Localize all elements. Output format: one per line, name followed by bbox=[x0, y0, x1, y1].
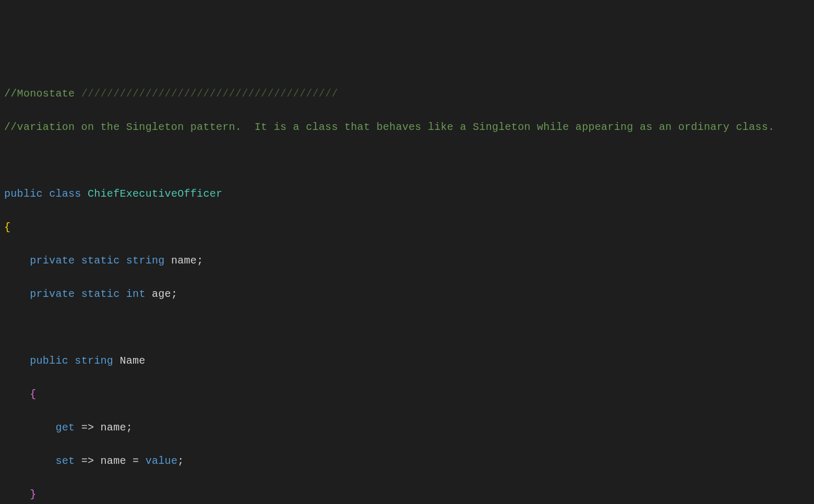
keyword-string: string bbox=[126, 255, 165, 267]
code-line: set => name = value; bbox=[4, 453, 810, 470]
code-line: get => name; bbox=[4, 419, 810, 436]
keyword-static: static bbox=[81, 255, 120, 267]
field-ref: name bbox=[101, 455, 126, 467]
code-line bbox=[4, 152, 810, 169]
close-brace: } bbox=[30, 488, 36, 500]
code-line: public string Name bbox=[4, 353, 810, 369]
open-brace: { bbox=[30, 388, 36, 400]
field-name: age bbox=[152, 288, 171, 300]
code-line: public class ChiefExecutiveOfficer bbox=[4, 186, 810, 202]
code-editor[interactable]: //Monostate ////////////////////////////… bbox=[0, 67, 814, 504]
keyword-set: set bbox=[55, 455, 75, 467]
keyword-value: value bbox=[146, 455, 178, 467]
keyword-private: private bbox=[30, 288, 75, 300]
open-brace: { bbox=[4, 221, 10, 233]
code-line: //variation on the Singleton pattern. It… bbox=[4, 119, 810, 136]
code-line: } bbox=[4, 486, 810, 503]
code-line: private static string name; bbox=[4, 253, 810, 269]
code-line bbox=[4, 319, 810, 336]
keyword-public: public bbox=[4, 188, 43, 200]
keyword-public: public bbox=[30, 355, 68, 367]
comment-separator: //////////////////////////////////////// bbox=[81, 88, 338, 100]
keyword-static: static bbox=[81, 288, 120, 300]
code-line: private static int age; bbox=[4, 286, 810, 303]
code-line: //Monostate ////////////////////////////… bbox=[4, 86, 810, 102]
semicolon: ; bbox=[171, 288, 177, 300]
semicolon: ; bbox=[197, 255, 203, 267]
semicolon: ; bbox=[177, 455, 184, 467]
keyword-string: string bbox=[75, 355, 113, 367]
field-name: name bbox=[171, 255, 197, 267]
class-name: ChiefExecutiveOfficer bbox=[88, 188, 222, 200]
comment-text: //Monostate bbox=[4, 88, 81, 100]
arrow-operator: => bbox=[81, 455, 94, 467]
keyword-private: private bbox=[30, 255, 75, 267]
equals-operator: = bbox=[133, 455, 139, 467]
field-ref: name bbox=[101, 422, 126, 434]
semicolon: ; bbox=[126, 422, 133, 434]
keyword-int: int bbox=[126, 288, 146, 300]
code-line: { bbox=[4, 386, 810, 403]
keyword-get: get bbox=[55, 422, 75, 434]
code-line: { bbox=[4, 219, 810, 236]
keyword-class: class bbox=[49, 188, 81, 200]
arrow-operator: => bbox=[81, 422, 94, 434]
property-name: Name bbox=[119, 355, 145, 367]
